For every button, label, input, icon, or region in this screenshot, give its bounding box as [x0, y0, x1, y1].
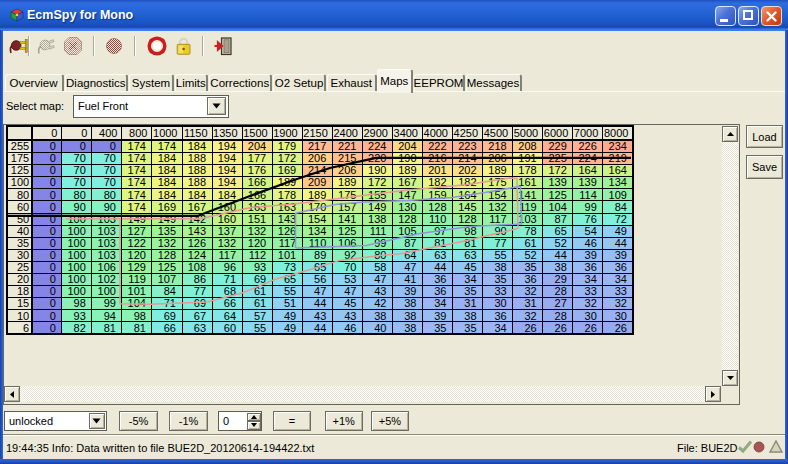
svg-text:76: 76 [585, 213, 597, 225]
svg-text:0: 0 [50, 164, 56, 176]
svg-text:108: 108 [188, 261, 206, 273]
svg-text:800: 800 [129, 127, 147, 139]
svg-text:49: 49 [615, 225, 627, 237]
svg-text:90: 90 [74, 201, 86, 213]
svg-text:206: 206 [308, 152, 326, 164]
svg-text:174: 174 [158, 140, 176, 152]
svg-text:188: 188 [188, 176, 206, 188]
svg-text:46: 46 [585, 237, 597, 249]
svg-text:40: 40 [17, 225, 29, 237]
svg-text:80: 80 [17, 189, 29, 201]
svg-text:38: 38 [404, 322, 416, 334]
svg-text:178: 178 [518, 164, 536, 176]
svg-text:58: 58 [374, 261, 386, 273]
svg-text:223: 223 [458, 140, 476, 152]
svg-text:0: 0 [50, 225, 56, 237]
svg-text:134: 134 [609, 176, 627, 188]
svg-text:43: 43 [344, 310, 356, 322]
svg-text:81: 81 [134, 322, 146, 334]
svg-text:47: 47 [374, 273, 386, 285]
svg-text:0: 0 [50, 261, 56, 273]
svg-text:104: 104 [548, 201, 566, 213]
svg-text:229: 229 [548, 140, 566, 152]
svg-text:35: 35 [434, 322, 446, 334]
svg-text:55: 55 [254, 322, 266, 334]
svg-text:128: 128 [428, 201, 446, 213]
svg-text:174: 174 [128, 189, 146, 201]
svg-text:2150: 2150 [303, 127, 327, 139]
svg-text:100: 100 [67, 261, 85, 273]
svg-text:166: 166 [248, 176, 266, 188]
svg-text:169: 169 [158, 201, 176, 213]
svg-text:52: 52 [524, 249, 536, 261]
svg-text:18: 18 [17, 285, 29, 297]
svg-text:72: 72 [615, 213, 627, 225]
svg-text:174: 174 [128, 152, 146, 164]
svg-text:154: 154 [308, 213, 326, 225]
svg-text:1500: 1500 [243, 127, 267, 139]
svg-text:44: 44 [314, 297, 326, 309]
svg-text:167: 167 [398, 176, 416, 188]
svg-text:184: 184 [188, 140, 206, 152]
svg-text:66: 66 [224, 297, 236, 309]
svg-text:172: 172 [548, 164, 566, 176]
svg-text:6: 6 [23, 322, 29, 334]
svg-text:130: 130 [398, 201, 416, 213]
svg-text:81: 81 [104, 322, 116, 334]
svg-text:34: 34 [434, 297, 446, 309]
svg-text:39: 39 [404, 285, 416, 297]
svg-text:53: 53 [344, 273, 356, 285]
svg-text:0: 0 [81, 127, 87, 139]
svg-text:129: 129 [128, 261, 146, 273]
svg-text:184: 184 [158, 189, 176, 201]
svg-text:117: 117 [219, 249, 237, 261]
svg-text:100: 100 [67, 249, 85, 261]
svg-text:2400: 2400 [333, 127, 357, 139]
svg-text:177: 177 [248, 152, 266, 164]
svg-text:0: 0 [50, 189, 56, 201]
svg-text:109: 109 [609, 189, 627, 201]
svg-text:33: 33 [585, 285, 597, 297]
svg-text:103: 103 [98, 237, 116, 249]
svg-text:201: 201 [428, 164, 446, 176]
svg-text:141: 141 [338, 213, 356, 225]
svg-text:26: 26 [555, 322, 567, 334]
svg-text:0: 0 [50, 237, 56, 249]
svg-text:80: 80 [104, 189, 116, 201]
svg-text:63: 63 [464, 249, 476, 261]
svg-text:34: 34 [464, 273, 476, 285]
svg-text:77: 77 [494, 237, 506, 249]
svg-text:128: 128 [158, 249, 176, 261]
svg-text:132: 132 [218, 237, 236, 249]
svg-text:125: 125 [338, 225, 356, 237]
svg-text:188: 188 [188, 152, 206, 164]
svg-text:163: 163 [278, 201, 296, 213]
svg-text:98: 98 [74, 297, 86, 309]
svg-text:204: 204 [398, 140, 416, 152]
svg-text:71: 71 [224, 273, 236, 285]
svg-text:36: 36 [494, 310, 506, 322]
svg-text:70: 70 [104, 176, 116, 188]
svg-text:0: 0 [110, 140, 116, 152]
svg-text:184: 184 [158, 176, 176, 188]
svg-text:28: 28 [555, 310, 567, 322]
svg-text:87: 87 [555, 213, 567, 225]
svg-text:188: 188 [188, 164, 206, 176]
svg-text:208: 208 [518, 140, 536, 152]
svg-text:56: 56 [314, 273, 326, 285]
svg-text:190: 190 [368, 164, 386, 176]
svg-text:4250: 4250 [454, 127, 478, 139]
svg-text:33: 33 [494, 285, 506, 297]
svg-text:0: 0 [51, 127, 57, 139]
svg-text:28: 28 [555, 285, 567, 297]
svg-text:100: 100 [98, 285, 116, 297]
svg-text:139: 139 [578, 176, 596, 188]
svg-text:125: 125 [11, 164, 29, 176]
svg-text:0: 0 [50, 152, 56, 164]
svg-text:174: 174 [128, 140, 146, 152]
svg-text:34: 34 [615, 273, 627, 285]
svg-text:93: 93 [254, 261, 266, 273]
svg-text:80: 80 [74, 189, 86, 201]
svg-text:38: 38 [464, 310, 476, 322]
svg-text:0: 0 [50, 176, 56, 188]
